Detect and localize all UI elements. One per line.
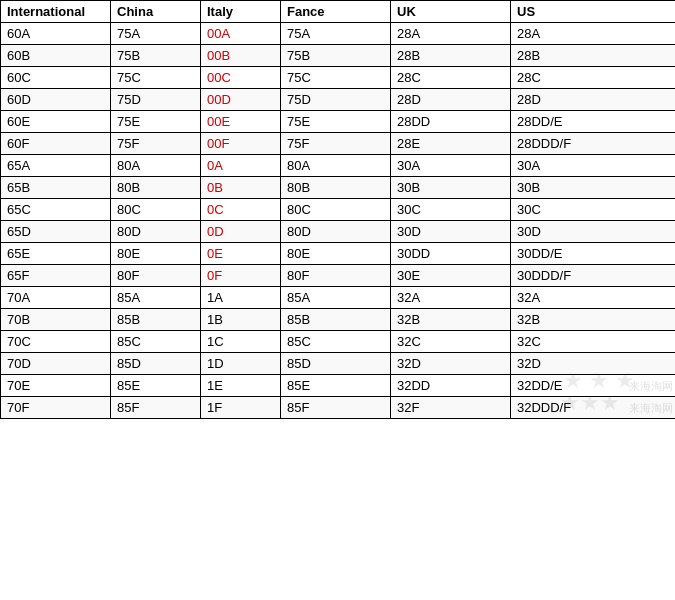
table-row: 65D 80D 0D 80D 30D 30D bbox=[1, 221, 676, 243]
cell-uk: 28DD bbox=[391, 111, 511, 133]
table-row: 65C 80C 0C 80C 30C 30C bbox=[1, 199, 676, 221]
cell-us: 28DDD/F bbox=[511, 133, 676, 155]
header-us: US bbox=[511, 1, 676, 23]
cell-us: 28D bbox=[511, 89, 676, 111]
cell-france: 75C bbox=[281, 67, 391, 89]
cell-us: 28C bbox=[511, 67, 676, 89]
cell-france: 80C bbox=[281, 199, 391, 221]
cell-china: 75D bbox=[111, 89, 201, 111]
cell-france: 75A bbox=[281, 23, 391, 45]
cell-us: 28DD/E bbox=[511, 111, 676, 133]
cell-italy: 00C bbox=[201, 67, 281, 89]
cell-italy: 1F bbox=[201, 397, 281, 419]
cell-italy: 00D bbox=[201, 89, 281, 111]
header-china: China bbox=[111, 1, 201, 23]
cell-uk: 30DD bbox=[391, 243, 511, 265]
cell-international: 60C bbox=[1, 67, 111, 89]
cell-china: 85D bbox=[111, 353, 201, 375]
cell-china: 75B bbox=[111, 45, 201, 67]
cell-us: 30A bbox=[511, 155, 676, 177]
cell-international: 60E bbox=[1, 111, 111, 133]
cell-international: 70D bbox=[1, 353, 111, 375]
table-row: 70C 85C 1C 85C 32C 32C bbox=[1, 331, 676, 353]
table-row: 65A 80A 0A 80A 30A 30A bbox=[1, 155, 676, 177]
cell-international: 65A bbox=[1, 155, 111, 177]
cell-uk: 28C bbox=[391, 67, 511, 89]
cell-international: 70F bbox=[1, 397, 111, 419]
header-uk: UK bbox=[391, 1, 511, 23]
cell-us: 28A bbox=[511, 23, 676, 45]
cell-us: 30DD/E bbox=[511, 243, 676, 265]
cell-italy: 1C bbox=[201, 331, 281, 353]
cell-china: 85E bbox=[111, 375, 201, 397]
cell-france: 85F bbox=[281, 397, 391, 419]
cell-international: 60D bbox=[1, 89, 111, 111]
cell-china: 75C bbox=[111, 67, 201, 89]
cell-france: 80D bbox=[281, 221, 391, 243]
cell-us: 32C bbox=[511, 331, 676, 353]
cell-international: 70A bbox=[1, 287, 111, 309]
cell-international: 65F bbox=[1, 265, 111, 287]
cell-international: 65B bbox=[1, 177, 111, 199]
cell-international: 60F bbox=[1, 133, 111, 155]
cell-uk: 28B bbox=[391, 45, 511, 67]
cell-italy: 1E bbox=[201, 375, 281, 397]
cell-italy: 0A bbox=[201, 155, 281, 177]
cell-france: 85A bbox=[281, 287, 391, 309]
cell-italy: 00A bbox=[201, 23, 281, 45]
header-international: International bbox=[1, 1, 111, 23]
size-conversion-table: International China Italy Fance UK US 60… bbox=[0, 0, 675, 419]
watermark: ★ ★ ★ bbox=[563, 375, 635, 395]
cell-international: 65C bbox=[1, 199, 111, 221]
cell-international: 65D bbox=[1, 221, 111, 243]
cell-china: 85C bbox=[111, 331, 201, 353]
table-row: 70E 85E 1E 85E 32DD 32DD/E★ ★ ★来海淘网 bbox=[1, 375, 676, 397]
cell-us: 32DDD/F★★★来海淘网 bbox=[511, 397, 676, 419]
cell-us: 30D bbox=[511, 221, 676, 243]
cell-us: 30DDD/F bbox=[511, 265, 676, 287]
cell-us: 30B bbox=[511, 177, 676, 199]
cell-uk: 28D bbox=[391, 89, 511, 111]
cell-us: 32A bbox=[511, 287, 676, 309]
cell-italy: 1A bbox=[201, 287, 281, 309]
cell-france: 80F bbox=[281, 265, 391, 287]
cell-us: 32B bbox=[511, 309, 676, 331]
cell-italy: 0C bbox=[201, 199, 281, 221]
cell-italy: 00E bbox=[201, 111, 281, 133]
cell-france: 75B bbox=[281, 45, 391, 67]
cell-france: 75D bbox=[281, 89, 391, 111]
cell-france: 80B bbox=[281, 177, 391, 199]
cell-uk: 32D bbox=[391, 353, 511, 375]
cell-international: 60A bbox=[1, 23, 111, 45]
cell-international: 60B bbox=[1, 45, 111, 67]
header-italy: Italy bbox=[201, 1, 281, 23]
cell-italy: 1B bbox=[201, 309, 281, 331]
table-row: 65E 80E 0E 80E 30DD 30DD/E bbox=[1, 243, 676, 265]
header-france: Fance bbox=[281, 1, 391, 23]
cell-italy: 0D bbox=[201, 221, 281, 243]
cell-france: 80A bbox=[281, 155, 391, 177]
cell-uk: 30B bbox=[391, 177, 511, 199]
cell-italy: 00B bbox=[201, 45, 281, 67]
table-row: 70B 85B 1B 85B 32B 32B bbox=[1, 309, 676, 331]
cell-italy: 00F bbox=[201, 133, 281, 155]
table-row: 65F 80F 0F 80F 30E 30DDD/F bbox=[1, 265, 676, 287]
watermark-text: 来海淘网 bbox=[629, 401, 673, 416]
cell-us: 28B bbox=[511, 45, 676, 67]
table-row: 60A 75A 00A 75A 28A 28A bbox=[1, 23, 676, 45]
cell-france: 85B bbox=[281, 309, 391, 331]
cell-china: 80F bbox=[111, 265, 201, 287]
cell-china: 80C bbox=[111, 199, 201, 221]
cell-italy: 0F bbox=[201, 265, 281, 287]
cell-france: 85E bbox=[281, 375, 391, 397]
cell-uk: 28E bbox=[391, 133, 511, 155]
cell-china: 80D bbox=[111, 221, 201, 243]
cell-uk: 30D bbox=[391, 221, 511, 243]
cell-china: 75F bbox=[111, 133, 201, 155]
cell-china: 85F bbox=[111, 397, 201, 419]
cell-uk: 32A bbox=[391, 287, 511, 309]
table-row: 70A 85A 1A 85A 32A 32A bbox=[1, 287, 676, 309]
cell-france: 75E bbox=[281, 111, 391, 133]
cell-france: 85D bbox=[281, 353, 391, 375]
table-row: 60B 75B 00B 75B 28B 28B bbox=[1, 45, 676, 67]
